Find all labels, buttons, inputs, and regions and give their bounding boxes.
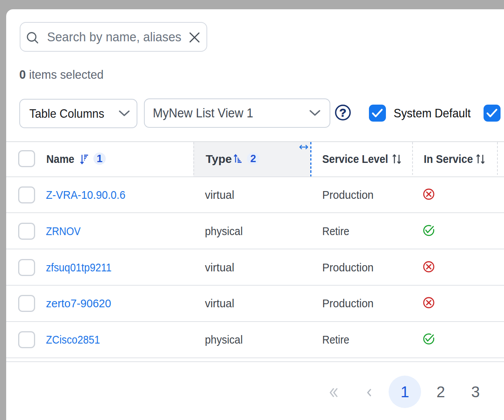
svg-text:?: ?	[339, 106, 346, 119]
